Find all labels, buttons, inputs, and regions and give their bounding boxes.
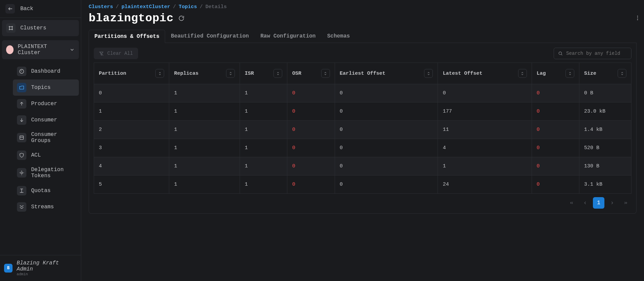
breadcrumb-cluster[interactable]: plaintextCluster [121, 4, 170, 10]
column-label: Lag [537, 71, 546, 76]
cell-earliest: 0 [335, 175, 438, 194]
sidebar-item-topics[interactable]: Topics [13, 79, 79, 96]
svg-point-21 [559, 52, 561, 54]
sidebar-item-label: Producer [31, 101, 57, 107]
column-label: Partition [99, 71, 126, 76]
cell-latest: 177 [438, 102, 532, 121]
content-card: Clear All PartitionReplicasISROSREarlies… [89, 43, 637, 214]
cell-osr: 0 [287, 84, 335, 102]
cell-lag: 0 [532, 121, 579, 139]
refresh-button[interactable] [178, 15, 184, 21]
table-row[interactable]: 511002403.1 kB [94, 175, 631, 194]
cell-osr: 0 [287, 175, 335, 194]
partitions-table: PartitionReplicasISROSREarliest OffsetLa… [94, 63, 631, 194]
user-footer[interactable]: B Blazing Kraft Admin admin [0, 255, 81, 281]
more-menu-button[interactable] [635, 15, 641, 21]
table-row[interactable]: 3110040520 B [94, 139, 631, 157]
cluster-avatar-icon [6, 45, 14, 54]
sort-button[interactable] [518, 69, 527, 78]
sort-button[interactable] [155, 69, 164, 78]
back-arrow-icon [5, 4, 15, 14]
table-row[interactable]: 211001101.4 kB [94, 121, 631, 139]
sidebar-item-label: Dashboard [31, 68, 60, 74]
user-avatar: B [4, 264, 13, 273]
breadcrumb-separator: / [116, 4, 119, 10]
svg-point-18 [637, 18, 638, 18]
table-row[interactable]: 4110010130 B [94, 157, 631, 175]
pager-next[interactable] [606, 197, 618, 209]
sort-button[interactable] [618, 69, 626, 78]
search-input[interactable] [566, 51, 627, 56]
clear-all-label: Clear All [107, 51, 133, 56]
sidebar-item-clusters[interactable]: Clusters [2, 20, 79, 36]
column-label: Replicas [174, 71, 198, 76]
cell-latest: 24 [438, 175, 532, 194]
sidebar-item-label: Topics [31, 85, 51, 91]
sort-button[interactable] [424, 69, 433, 78]
breadcrumb-topics[interactable]: Topics [179, 4, 197, 10]
consumer-icon [17, 115, 26, 125]
sidebar-item-consumer[interactable]: Consumer [13, 112, 79, 128]
main-content: Clusters / plaintextCluster / Topics / D… [81, 0, 644, 281]
cell-partition: 0 [94, 84, 169, 102]
sidebar-item-label: Consumer [31, 117, 57, 123]
tab-raw-config[interactable]: Raw Configuration [254, 29, 321, 43]
column-header: Latest Offset [438, 63, 532, 84]
cell-size: 3.1 kB [579, 175, 631, 194]
breadcrumb-clusters[interactable]: Clusters [89, 4, 113, 10]
cell-lag: 0 [532, 157, 579, 175]
cell-size: 520 B [579, 139, 631, 157]
sort-button[interactable] [321, 69, 330, 78]
tab-beautified-config[interactable]: Beautified Configuration [165, 29, 254, 43]
cell-latest: 4 [438, 139, 532, 157]
tab-partitions-offsets[interactable]: Partitions & Offsets [89, 30, 165, 43]
column-label: Size [584, 71, 596, 76]
cell-latest: 1 [438, 157, 532, 175]
pager-first[interactable] [566, 197, 577, 209]
sidebar-item-streams[interactable]: Streams [13, 199, 79, 215]
svg-point-1 [9, 26, 10, 27]
cell-osr: 0 [287, 102, 335, 121]
column-label: Earliest Offset [340, 71, 385, 76]
sidebar-item-dashboard[interactable]: Dashboard [13, 63, 79, 79]
search-icon [558, 51, 563, 56]
sidebar-item-acl[interactable]: ACL [13, 147, 79, 163]
back-label: Back [20, 6, 33, 12]
sidebar-item-delegation-tokens[interactable]: Delegation Tokens [13, 163, 79, 183]
breadcrumb: Clusters / plaintextCluster / Topics / D… [89, 4, 637, 10]
cell-isr: 1 [240, 84, 287, 102]
tab-schemas[interactable]: Schemas [321, 29, 356, 43]
topics-icon [17, 83, 26, 92]
user-name: Blazing Kraft Admin [17, 260, 77, 272]
cell-isr: 1 [240, 121, 287, 139]
column-header: Earliest Offset [335, 63, 438, 84]
table-row[interactable]: 01100000 B [94, 84, 631, 102]
svg-point-4 [12, 29, 13, 30]
cell-latest: 11 [438, 121, 532, 139]
cell-isr: 1 [240, 139, 287, 157]
sort-button[interactable] [273, 69, 282, 78]
cell-partition: 3 [94, 139, 169, 157]
sidebar-item-quotas[interactable]: Quotas [13, 183, 79, 199]
sidebar-item-consumer-groups[interactable]: Consumer Groups [13, 128, 79, 147]
cell-earliest: 0 [335, 157, 438, 175]
table-row[interactable]: 11100177023.0 kB [94, 102, 631, 121]
dashboard-icon [17, 67, 26, 76]
cell-lag: 0 [532, 102, 579, 121]
pager-last[interactable] [620, 197, 631, 209]
pager-prev[interactable] [579, 197, 591, 209]
back-button[interactable]: Back [0, 0, 81, 18]
pager-page-1[interactable]: 1 [593, 197, 604, 209]
search-field[interactable] [554, 48, 631, 59]
sort-button[interactable] [565, 69, 574, 78]
cluster-selector[interactable]: PLAINTEXT Cluster [2, 40, 79, 59]
sort-button[interactable] [226, 69, 235, 78]
cell-partition: 2 [94, 121, 169, 139]
clear-all-button[interactable]: Clear All [94, 48, 138, 59]
cell-size: 23.0 kB [579, 102, 631, 121]
cell-size: 1.4 kB [579, 121, 631, 139]
sidebar-item-producer[interactable]: Producer [13, 96, 79, 112]
cell-isr: 1 [240, 157, 287, 175]
tabs: Partitions & Offsets Beautified Configur… [89, 29, 637, 43]
cell-partition: 1 [94, 102, 169, 121]
